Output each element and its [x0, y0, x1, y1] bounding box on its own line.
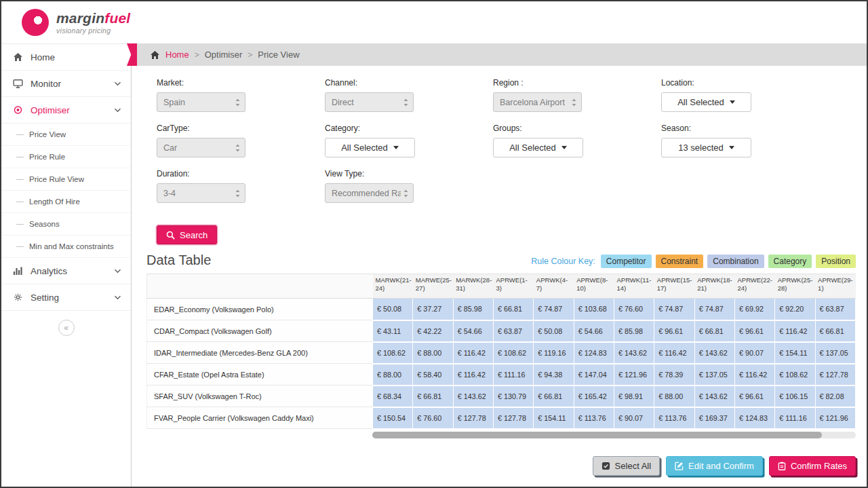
rate-cell[interactable]: € 66.81: [413, 386, 453, 407]
rate-cell[interactable]: € 66.81: [493, 299, 533, 320]
rate-cell[interactable]: € 96.61: [734, 320, 774, 342]
rate-cell[interactable]: € 143.62: [453, 386, 493, 407]
rate-cell[interactable]: € 50.08: [373, 299, 413, 320]
rate-cell[interactable]: € 43.11: [373, 320, 413, 342]
breadcrumb-item-home[interactable]: Home: [165, 50, 189, 60]
duration-select[interactable]: 3-4: [157, 183, 245, 203]
rate-cell[interactable]: € 116.42: [453, 342, 493, 364]
rate-cell[interactable]: € 116.42: [654, 342, 694, 364]
rate-cell[interactable]: € 74.87: [534, 299, 574, 320]
rate-cell[interactable]: € 116.42: [734, 364, 774, 386]
horizontal-scrollbar[interactable]: [372, 432, 856, 438]
market-select[interactable]: Spain: [157, 92, 245, 112]
rate-cell[interactable]: € 88.00: [654, 386, 694, 407]
groups-dropdown[interactable]: All Selected: [493, 138, 583, 157]
rate-cell[interactable]: € 88.00: [373, 364, 413, 386]
rate-cell[interactable]: € 130.79: [493, 386, 533, 407]
rate-cell[interactable]: € 74.87: [654, 299, 694, 320]
rate-cell[interactable]: € 42.22: [413, 320, 453, 342]
sidebar-collapse-button[interactable]: «: [58, 320, 75, 336]
rate-cell[interactable]: € 127.78: [493, 407, 533, 429]
rate-cell[interactable]: € 88.00: [413, 342, 453, 364]
rate-cell[interactable]: € 85.98: [453, 299, 493, 320]
rate-cell[interactable]: € 94.38: [534, 364, 574, 386]
sidebar-item-analytics[interactable]: Analytics: [1, 258, 131, 284]
search-button[interactable]: Search: [157, 225, 217, 244]
rate-cell[interactable]: € 147.04: [574, 364, 614, 386]
rate-cell[interactable]: € 69.92: [734, 299, 774, 320]
rate-cell[interactable]: € 154.11: [775, 342, 815, 364]
season-dropdown[interactable]: 13 selected: [661, 138, 751, 157]
rate-cell[interactable]: € 74.87: [694, 299, 734, 320]
rate-cell[interactable]: € 66.81: [815, 320, 855, 342]
rate-cell[interactable]: € 96.61: [654, 320, 694, 342]
rate-cell[interactable]: € 108.62: [775, 364, 815, 386]
rate-cell[interactable]: € 113.76: [654, 407, 694, 429]
rate-cell[interactable]: € 116.42: [775, 320, 815, 342]
select-all-button[interactable]: Select All: [593, 456, 660, 476]
rate-cell[interactable]: € 103.68: [574, 299, 614, 320]
cartype-select[interactable]: Car: [157, 138, 245, 157]
rate-cell[interactable]: € 54.66: [574, 320, 614, 342]
rate-cell[interactable]: € 96.61: [734, 386, 774, 407]
sidebar-subitem-length-of-hire[interactable]: Length Of Hire: [1, 191, 131, 213]
edit-and-confirm-button[interactable]: Edit and Confirm: [666, 456, 763, 476]
rate-cell[interactable]: € 66.81: [694, 320, 734, 342]
sidebar-subitem-price-rule[interactable]: Price Rule: [1, 146, 131, 168]
sidebar-subitem-seasons[interactable]: Seasons: [1, 213, 131, 236]
breadcrumb-item-price-view[interactable]: Price View: [258, 50, 299, 60]
rate-cell[interactable]: € 137.05: [815, 342, 855, 364]
rate-cell[interactable]: € 92.20: [775, 299, 815, 320]
rate-cell[interactable]: € 63.87: [815, 299, 855, 320]
location-dropdown[interactable]: All Selected: [661, 92, 751, 112]
rate-cell[interactable]: € 127.78: [453, 407, 493, 429]
rate-cell[interactable]: € 143.62: [694, 386, 734, 407]
rate-cell[interactable]: € 98.91: [614, 386, 654, 407]
confirm-rates-button[interactable]: Confirm Rates: [769, 456, 856, 476]
rate-cell[interactable]: € 108.62: [373, 342, 413, 364]
rate-cell[interactable]: € 106.15: [775, 386, 815, 407]
sidebar-subitem-price-rule-view[interactable]: Price Rule View: [1, 168, 131, 191]
rate-cell[interactable]: € 150.54: [373, 407, 413, 429]
rate-cell[interactable]: € 58.40: [413, 364, 453, 386]
view-type-select[interactable]: Recommended Ra: [325, 183, 414, 203]
rate-cell[interactable]: € 90.07: [614, 407, 654, 429]
rate-cell[interactable]: € 119.16: [534, 342, 574, 364]
rate-cell[interactable]: € 111.16: [493, 364, 533, 386]
rate-cell[interactable]: € 76.60: [614, 299, 654, 320]
category-dropdown[interactable]: All Selected: [325, 138, 415, 157]
rate-cell[interactable]: € 37.27: [413, 299, 453, 320]
rate-cell[interactable]: € 90.07: [734, 342, 774, 364]
rate-cell[interactable]: € 165.42: [574, 386, 614, 407]
sidebar-item-optimiser[interactable]: Optimiser: [1, 97, 131, 124]
rate-cell[interactable]: € 143.62: [694, 342, 734, 364]
rate-cell[interactable]: € 54.66: [453, 320, 493, 342]
rate-cell[interactable]: € 169.37: [694, 407, 734, 429]
rate-cell[interactable]: € 85.98: [614, 320, 654, 342]
rate-cell[interactable]: € 111.16: [775, 407, 815, 429]
rate-cell[interactable]: € 137.05: [694, 364, 734, 386]
scrollbar-thumb[interactable]: [372, 432, 822, 438]
sidebar-item-setting[interactable]: Setting: [1, 284, 131, 311]
rate-cell[interactable]: € 76.60: [413, 407, 453, 429]
rate-cell[interactable]: € 78.39: [654, 364, 694, 386]
sidebar-subitem-price-view[interactable]: Price View: [1, 124, 131, 146]
rate-cell[interactable]: € 113.76: [574, 407, 614, 429]
rate-cell[interactable]: € 143.62: [614, 342, 654, 364]
rate-cell[interactable]: € 121.96: [815, 407, 855, 429]
rate-cell[interactable]: € 121.96: [614, 364, 654, 386]
rate-cell[interactable]: € 108.62: [493, 342, 533, 364]
channel-select[interactable]: Direct: [325, 92, 414, 112]
rate-cell[interactable]: € 154.11: [534, 407, 574, 429]
sidebar-item-home[interactable]: Home: [1, 44, 131, 71]
rate-cell[interactable]: € 116.42: [453, 364, 493, 386]
rate-cell[interactable]: € 127.78: [815, 364, 855, 386]
rate-cell[interactable]: € 66.81: [534, 386, 574, 407]
rate-cell[interactable]: € 63.87: [493, 320, 533, 342]
rate-cell[interactable]: € 50.08: [534, 320, 574, 342]
region-select[interactable]: Barcelona Airport: [493, 92, 582, 112]
rate-cell[interactable]: € 124.83: [734, 407, 774, 429]
breadcrumb-item-optimiser[interactable]: Optimiser: [205, 50, 243, 60]
sidebar-subitem-min-and-max-constraints[interactable]: Min and Max constraints: [1, 236, 131, 258]
rate-cell[interactable]: € 124.83: [574, 342, 614, 364]
